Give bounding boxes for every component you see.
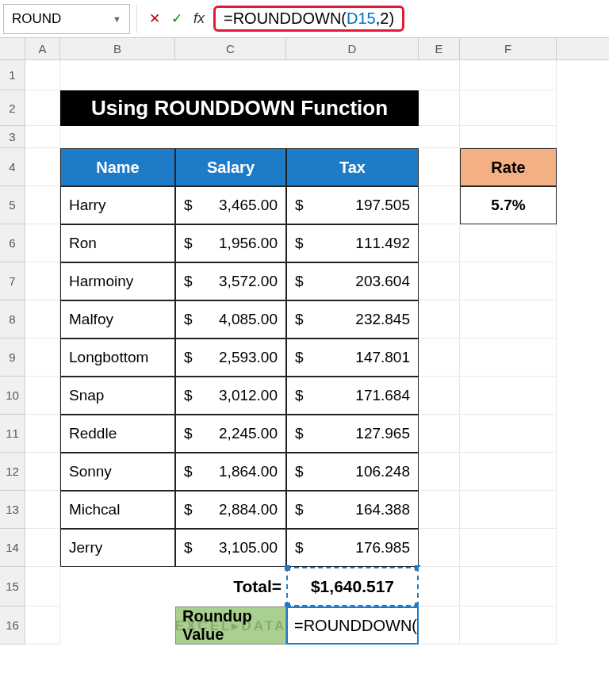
title-cell[interactable]: Using ROUNDDOWN Function	[60, 90, 419, 126]
cell-name[interactable]: Sonny	[60, 453, 175, 491]
row-16: 16 Roundup Value EXCEL▸DATA =ROUNDDOWN(D…	[0, 606, 609, 645]
cell-tax[interactable]: $106.248	[286, 453, 419, 491]
cell-E5[interactable]	[419, 186, 460, 224]
cell-name[interactable]: Harmoiny	[60, 262, 175, 300]
cell-name[interactable]: Harry	[60, 186, 175, 224]
roundup-formula-cell[interactable]: =ROUNDDOWN(D15,2)	[286, 606, 419, 645]
cell-salary[interactable]: $3,572.00	[175, 262, 286, 300]
row-6: 6 Ron $1,956.00 $111.492	[0, 224, 609, 262]
col-header-E[interactable]: E	[419, 38, 460, 59]
cancel-icon[interactable]: ✕	[144, 8, 166, 30]
fx-icon[interactable]: fx	[188, 8, 210, 30]
row-header-5[interactable]: 5	[0, 186, 25, 224]
enter-icon[interactable]: ✓	[166, 8, 188, 30]
cell-name[interactable]: Malfoy	[60, 300, 175, 339]
cell-tax[interactable]: $171.684	[286, 377, 419, 415]
table-header-name[interactable]: Name	[60, 148, 175, 186]
cell-C1[interactable]	[175, 60, 286, 90]
cell-salary[interactable]: $2,884.00	[175, 491, 286, 529]
formula-input[interactable]: =ROUNDDOWN(D15,2)	[210, 5, 606, 33]
row-header-13[interactable]: 13	[0, 491, 25, 529]
row-header-9[interactable]: 9	[0, 339, 25, 377]
row-header-8[interactable]: 8	[0, 300, 25, 339]
cell-salary[interactable]: $3,012.00	[175, 377, 286, 415]
row-3: 3	[0, 126, 609, 148]
cell-name[interactable]: Ron	[60, 224, 175, 262]
row-header-4[interactable]: 4	[0, 148, 25, 186]
roundup-label[interactable]: Roundup Value EXCEL▸DATA	[175, 606, 286, 645]
cell-tax[interactable]: $232.845	[286, 300, 419, 339]
cell-A5[interactable]	[25, 186, 60, 224]
row-14: 14 Jerry $3,105.00 $176.985	[0, 529, 609, 567]
cell-D3[interactable]	[286, 126, 419, 148]
row-7: 7 Harmoiny $3,572.00 $203.604	[0, 262, 609, 300]
cell-name[interactable]: Reddle	[60, 415, 175, 453]
cell-salary[interactable]: $4,085.00	[175, 300, 286, 339]
cell-F3[interactable]	[460, 126, 557, 148]
col-header-A[interactable]: A	[25, 38, 60, 59]
cell-tax[interactable]: $176.985	[286, 529, 419, 567]
table-header-salary[interactable]: Salary	[175, 148, 286, 186]
rate-header[interactable]: Rate	[460, 148, 557, 186]
cell-salary[interactable]: $3,105.00	[175, 529, 286, 567]
name-box[interactable]: ROUND ▼	[3, 4, 130, 34]
cell-salary[interactable]: $1,956.00	[175, 224, 286, 262]
col-header-B[interactable]: B	[60, 38, 175, 59]
table-header-tax[interactable]: Tax	[286, 148, 419, 186]
row-header-16[interactable]: 16	[0, 606, 25, 645]
row-header-11[interactable]: 11	[0, 415, 25, 453]
row-header-7[interactable]: 7	[0, 262, 25, 300]
cell-A3[interactable]	[25, 126, 60, 148]
cell-D1[interactable]	[286, 60, 419, 90]
cell-E4[interactable]	[419, 148, 460, 186]
col-header-C[interactable]: C	[175, 38, 286, 59]
cell-F1[interactable]	[460, 60, 557, 90]
cell-B3[interactable]	[60, 126, 175, 148]
rate-value[interactable]: 5.7%	[460, 186, 557, 224]
row-header-12[interactable]: 12	[0, 453, 25, 491]
row-header-3[interactable]: 3	[0, 126, 25, 148]
total-value[interactable]: $1,640.517	[286, 567, 419, 606]
total-label[interactable]: Total=	[175, 567, 286, 606]
cell-name[interactable]: Michcal	[60, 491, 175, 529]
select-all-corner[interactable]	[0, 38, 25, 59]
separator	[136, 5, 137, 33]
col-header-D[interactable]: D	[286, 38, 419, 59]
cell-E2[interactable]	[419, 90, 460, 126]
cell-B1[interactable]	[60, 60, 175, 90]
row-header-6[interactable]: 6	[0, 224, 25, 262]
row-header-10[interactable]: 10	[0, 377, 25, 415]
cell-F2[interactable]	[460, 90, 557, 126]
cell-name[interactable]: Snap	[60, 377, 175, 415]
cell-C3[interactable]	[175, 126, 286, 148]
col-header-F[interactable]: F	[460, 38, 557, 59]
row-2: 2 Using ROUNDDOWN Function	[0, 90, 609, 126]
cell-tax[interactable]: $197.505	[286, 186, 419, 224]
cell-name[interactable]: Jerry	[60, 529, 175, 567]
row-5: 5 Harry $3,465.00 $197.505 5.7%	[0, 186, 609, 224]
cell-tax[interactable]: $127.965	[286, 415, 419, 453]
row-header-1[interactable]: 1	[0, 60, 25, 90]
cell-A2[interactable]	[25, 90, 60, 126]
cell-tax[interactable]: $111.492	[286, 224, 419, 262]
row-11: 11 Reddle $2,245.00 $127.965	[0, 415, 609, 453]
cell-tax[interactable]: $164.388	[286, 491, 419, 529]
cell-E1[interactable]	[419, 60, 460, 90]
cell-tax[interactable]: $203.604	[286, 262, 419, 300]
cell-A1[interactable]	[25, 60, 60, 90]
cell-salary[interactable]: $3,465.00	[175, 186, 286, 224]
cell-salary[interactable]: $1,864.00	[175, 453, 286, 491]
row-header-14[interactable]: 14	[0, 529, 25, 567]
formula-highlight: =ROUNDDOWN(D15,2)	[213, 6, 404, 32]
row-header-2[interactable]: 2	[0, 90, 25, 126]
row-header-15[interactable]: 15	[0, 567, 25, 606]
cell-E3[interactable]	[419, 126, 460, 148]
cell-name[interactable]: Longbottom	[60, 339, 175, 377]
cell-salary[interactable]: $2,245.00	[175, 415, 286, 453]
formula-bar: ROUND ▼ ✕ ✓ fx =ROUNDDOWN(D15,2)	[0, 0, 609, 38]
name-box-dropdown-icon[interactable]: ▼	[113, 14, 121, 24]
cell-A4[interactable]	[25, 148, 60, 186]
row-4: 4 Name Salary Tax Rate	[0, 148, 609, 186]
cell-salary[interactable]: $2,593.00	[175, 339, 286, 377]
cell-tax[interactable]: $147.801	[286, 339, 419, 377]
